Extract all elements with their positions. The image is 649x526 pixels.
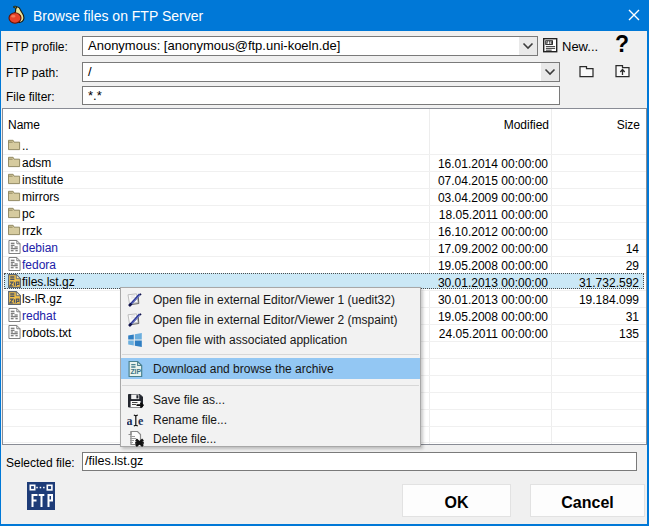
svg-text:e: e: [138, 414, 144, 428]
svg-text:a: a: [127, 414, 133, 428]
svg-text:ZIP: ZIP: [130, 368, 141, 375]
